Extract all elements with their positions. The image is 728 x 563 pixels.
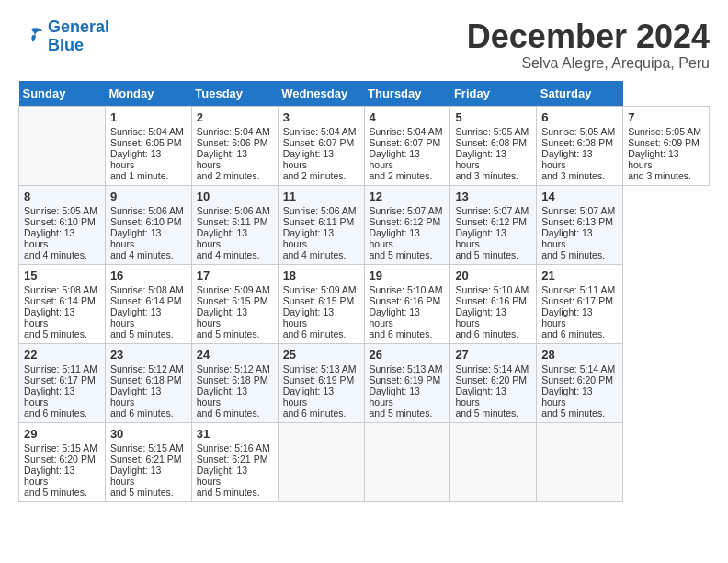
day-info-line: Daylight: 13 hours <box>541 306 618 328</box>
day-info-line: and 2 minutes. <box>283 170 359 181</box>
day-info-line: and 5 minutes. <box>197 487 273 498</box>
day-info-line: Sunrise: 5:13 AM <box>283 363 359 374</box>
calendar-cell: 17Sunrise: 5:09 AMSunset: 6:15 PMDayligh… <box>191 264 278 343</box>
day-info-line: Daylight: 13 hours <box>110 385 187 408</box>
day-info-line: Sunrise: 5:07 AM <box>455 205 531 216</box>
calendar-cell: 25Sunrise: 5:13 AMSunset: 6:19 PMDayligh… <box>278 343 364 422</box>
calendar-cell: 13Sunrise: 5:07 AMSunset: 6:12 PMDayligh… <box>450 185 537 264</box>
day-info-line: Sunrise: 5:07 AM <box>370 205 446 216</box>
day-header-sunday: Sunday <box>19 81 106 107</box>
calendar-cell <box>537 422 623 501</box>
day-info-line: and 3 minutes. <box>541 170 618 181</box>
day-header-thursday: Thursday <box>364 81 450 107</box>
calendar-cell: 2Sunrise: 5:04 AMSunset: 6:06 PMDaylight… <box>191 106 278 185</box>
day-number: 27 <box>455 348 531 362</box>
day-info-line: Sunset: 6:05 PM <box>110 137 187 148</box>
day-header-tuesday: Tuesday <box>191 81 278 107</box>
calendar-cell: 9Sunrise: 5:06 AMSunset: 6:10 PMDaylight… <box>105 185 191 264</box>
calendar-table: SundayMondayTuesdayWednesdayThursdayFrid… <box>18 81 710 502</box>
empty-cell <box>19 106 106 185</box>
calendar-week-row: 15Sunrise: 5:08 AMSunset: 6:14 PMDayligh… <box>19 264 710 343</box>
day-info-line: and 5 minutes. <box>370 408 446 419</box>
day-number: 4 <box>370 110 446 124</box>
day-number: 24 <box>197 348 273 362</box>
day-number: 7 <box>628 110 704 124</box>
day-info-line: Sunset: 6:16 PM <box>455 295 531 306</box>
day-number: 21 <box>541 269 618 282</box>
day-info-line: Daylight: 13 hours <box>283 385 359 408</box>
calendar-week-row: 22Sunrise: 5:11 AMSunset: 6:17 PMDayligh… <box>19 343 710 422</box>
day-info-line: and 6 minutes. <box>110 408 187 419</box>
day-number: 31 <box>197 427 273 441</box>
day-info-line: and 4 minutes. <box>197 249 273 260</box>
day-info-line: Sunrise: 5:04 AM <box>370 126 446 137</box>
day-info-line: Daylight: 13 hours <box>370 385 446 408</box>
calendar-body: 1Sunrise: 5:04 AMSunset: 6:05 PMDaylight… <box>19 106 710 501</box>
day-info-line: Sunset: 6:07 PM <box>370 137 446 148</box>
day-info-line: Daylight: 13 hours <box>370 306 446 328</box>
calendar-cell: 1Sunrise: 5:04 AMSunset: 6:05 PMDaylight… <box>105 106 191 185</box>
day-info-line: Daylight: 13 hours <box>197 227 273 249</box>
day-info-line: Daylight: 13 hours <box>370 227 446 249</box>
day-info-line: Sunrise: 5:08 AM <box>24 284 100 295</box>
day-info-line: Daylight: 13 hours <box>283 306 359 328</box>
day-number: 3 <box>283 110 359 124</box>
calendar-cell: 6Sunrise: 5:05 AMSunset: 6:08 PMDaylight… <box>537 106 623 185</box>
calendar-cell <box>450 422 537 501</box>
calendar-cell <box>278 422 364 501</box>
day-info-line: Sunrise: 5:15 AM <box>24 442 100 454</box>
day-info-line: and 5 minutes. <box>370 249 446 260</box>
day-header-monday: Monday <box>105 81 191 107</box>
calendar-cell: 31Sunrise: 5:16 AMSunset: 6:21 PMDayligh… <box>191 422 278 501</box>
day-info-line: Sunset: 6:11 PM <box>283 216 359 227</box>
day-info-line: Daylight: 13 hours <box>197 385 273 408</box>
calendar-cell: 22Sunrise: 5:11 AMSunset: 6:17 PMDayligh… <box>19 343 106 422</box>
day-number: 11 <box>283 190 359 203</box>
day-info-line: and 5 minutes. <box>197 328 273 339</box>
day-info-line: Sunrise: 5:04 AM <box>283 126 359 137</box>
day-info-line: Sunrise: 5:09 AM <box>197 284 273 295</box>
day-info-line: Sunrise: 5:10 AM <box>370 284 446 295</box>
day-info-line: Sunset: 6:12 PM <box>455 216 531 227</box>
day-number: 6 <box>541 110 618 124</box>
day-info-line: Sunset: 6:16 PM <box>370 295 446 306</box>
day-info-line: and 5 minutes. <box>110 328 187 339</box>
calendar-header-row: SundayMondayTuesdayWednesdayThursdayFrid… <box>19 81 710 107</box>
day-number: 2 <box>197 110 273 124</box>
day-info-line: Daylight: 13 hours <box>370 148 446 170</box>
calendar-cell: 18Sunrise: 5:09 AMSunset: 6:15 PMDayligh… <box>278 264 364 343</box>
day-number: 20 <box>455 269 531 282</box>
day-info-line: and 6 minutes. <box>541 328 618 339</box>
day-info-line: and 6 minutes. <box>197 408 273 419</box>
day-info-line: Daylight: 13 hours <box>455 385 531 408</box>
logo: General Blue <box>18 18 109 55</box>
day-info-line: and 6 minutes. <box>370 328 446 339</box>
day-info-line: Daylight: 13 hours <box>197 465 273 487</box>
day-info-line: Sunrise: 5:10 AM <box>455 284 531 295</box>
calendar-week-row: 1Sunrise: 5:04 AMSunset: 6:05 PMDaylight… <box>19 106 710 185</box>
day-info-line: Sunset: 6:09 PM <box>628 137 704 148</box>
day-info-line: and 5 minutes. <box>110 487 187 498</box>
day-number: 18 <box>283 269 359 282</box>
day-info-line: Daylight: 13 hours <box>110 306 187 328</box>
day-info-line: Sunrise: 5:13 AM <box>370 363 446 374</box>
day-number: 13 <box>455 190 531 203</box>
day-number: 23 <box>110 348 187 362</box>
day-info-line: Sunset: 6:20 PM <box>455 374 531 385</box>
day-number: 17 <box>197 269 273 282</box>
day-info-line: Sunset: 6:18 PM <box>110 374 187 385</box>
day-info-line: Daylight: 13 hours <box>455 227 531 249</box>
day-info-line: Daylight: 13 hours <box>541 385 618 408</box>
calendar-cell: 12Sunrise: 5:07 AMSunset: 6:12 PMDayligh… <box>364 185 450 264</box>
day-info-line: Sunset: 6:12 PM <box>370 216 446 227</box>
day-info-line: Sunrise: 5:12 AM <box>197 363 273 374</box>
day-info-line: Daylight: 13 hours <box>541 227 618 249</box>
day-number: 12 <box>370 190 446 203</box>
day-info-line: Sunset: 6:10 PM <box>24 216 100 227</box>
day-info-line: Daylight: 13 hours <box>283 227 359 249</box>
day-info-line: and 5 minutes. <box>455 408 531 419</box>
day-info-line: and 3 minutes. <box>455 170 531 181</box>
day-info-line: Sunrise: 5:08 AM <box>110 284 187 295</box>
day-info-line: and 6 minutes. <box>283 328 359 339</box>
day-info-line: Sunrise: 5:05 AM <box>24 205 100 216</box>
